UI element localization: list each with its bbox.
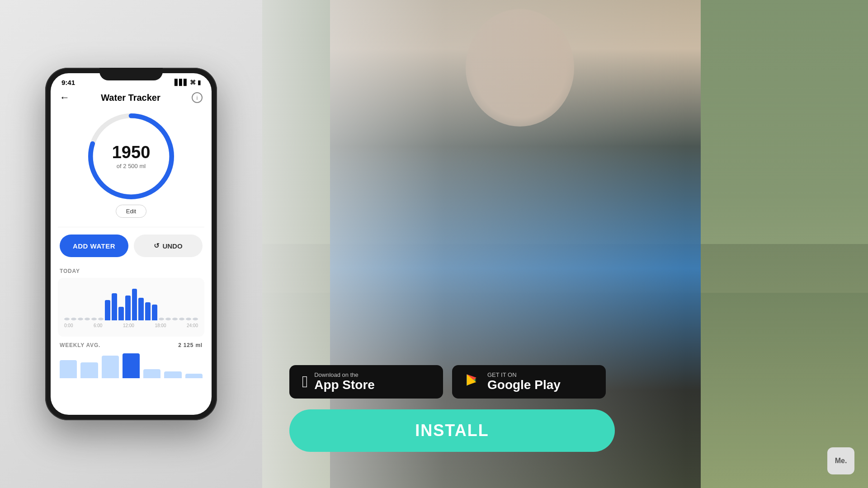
app-header: ← Water Tracker i: [51, 88, 212, 109]
battery-icon: ▮: [198, 79, 201, 86]
weekly-header: WEEKLY AVG. 2 125 ml: [60, 342, 203, 348]
chart-label: 12:00: [123, 323, 134, 328]
chart-label: 6:00: [94, 323, 102, 328]
water-value: 1950: [112, 144, 151, 161]
chart-bar: [105, 300, 110, 320]
phone-mockup: 9:41 ▋▋▋ ⌘ ▮ ← Water Tracker i: [45, 68, 217, 420]
weekly-bar: [80, 362, 98, 378]
google-play-small: GET IT ON: [487, 371, 561, 378]
app-store-button[interactable]:  Download on the App Store: [289, 365, 443, 399]
google-play-icon: [465, 372, 481, 392]
water-progress-circle: 1950 of 2 500 ml: [88, 113, 174, 199]
right-content:  Download on the App Store G: [262, 0, 868, 488]
status-icons: ▋▋▋ ⌘ ▮: [175, 79, 201, 86]
weekly-bar: [60, 360, 77, 378]
chart-bar: [186, 318, 191, 320]
google-play-large: Google Play: [487, 378, 561, 392]
chart-bar: [118, 307, 124, 320]
weekly-bar-active: [123, 353, 140, 378]
info-icon[interactable]: i: [192, 92, 203, 103]
app-title: Water Tracker: [101, 93, 160, 103]
chart-bar: [78, 318, 83, 320]
chart-bars: [64, 284, 198, 320]
weekly-label: WEEKLY AVG.: [60, 342, 100, 348]
phone-notch: [99, 68, 163, 80]
chart-bar: [64, 318, 70, 320]
weekly-bar: [185, 374, 203, 378]
water-circle-container: 1950 of 2 500 ml Edit: [51, 109, 212, 227]
chart-bar: [85, 318, 90, 320]
google-play-text: GET IT ON Google Play: [487, 371, 561, 392]
action-buttons: ADD WATER ↺ UNDO: [51, 227, 212, 264]
chart-bar: [165, 318, 171, 320]
google-play-button[interactable]: GET IT ON Google Play: [452, 365, 606, 399]
today-label: TODAY: [51, 264, 212, 276]
chart-bar: [132, 289, 137, 320]
chart-bar: [193, 318, 198, 320]
chart-bar: [125, 296, 131, 320]
chart-bar: [98, 318, 104, 320]
chart-labels: 0:00 6:00 12:00 18:00 24:00: [64, 323, 198, 328]
back-arrow-icon[interactable]: ←: [60, 92, 70, 103]
chart-label: 24:00: [187, 323, 198, 328]
weekly-section: WEEKLY AVG. 2 125 ml: [51, 340, 212, 382]
weekly-bar: [102, 356, 119, 378]
chart-bar: [145, 302, 151, 320]
app-store-small: Download on the: [314, 371, 375, 378]
weekly-value: 2 125 ml: [178, 342, 203, 348]
weekly-bars: [60, 351, 203, 378]
undo-button[interactable]: ↺ UNDO: [134, 235, 203, 257]
apple-icon: : [302, 372, 308, 391]
chart-bar: [138, 298, 144, 320]
install-button[interactable]: INSTALL: [289, 409, 615, 452]
chart-bar: [71, 318, 76, 320]
chart-label: 18:00: [155, 323, 166, 328]
weekly-bar: [143, 369, 160, 378]
undo-icon: ↺: [154, 242, 160, 250]
water-sub: of 2 500 ml: [112, 163, 151, 169]
chart-bar: [179, 318, 184, 320]
chart-bar: [159, 318, 164, 320]
right-panel:  Download on the App Store G: [262, 0, 868, 488]
circle-text: 1950 of 2 500 ml: [112, 144, 151, 169]
wifi-icon: ⌘: [190, 79, 196, 86]
chart-bar: [172, 318, 178, 320]
status-time: 9:41: [61, 79, 75, 86]
phone-screen: 9:41 ▋▋▋ ⌘ ▮ ← Water Tracker i: [51, 73, 212, 415]
signal-icon: ▋▋▋: [175, 79, 188, 86]
undo-label: UNDO: [162, 242, 182, 250]
left-panel: 9:41 ▋▋▋ ⌘ ▮ ← Water Tracker i: [0, 0, 262, 488]
chart-bar: [112, 293, 117, 320]
chart-bar: [152, 305, 157, 320]
me-badge: Me.: [827, 447, 854, 474]
edit-button[interactable]: Edit: [116, 205, 146, 218]
app-store-large: App Store: [314, 378, 375, 392]
daily-chart: 0:00 6:00 12:00 18:00 24:00: [58, 278, 204, 337]
add-water-button[interactable]: ADD WATER: [60, 235, 128, 257]
app-store-text: Download on the App Store: [314, 371, 375, 392]
weekly-bar: [164, 371, 181, 378]
store-buttons-row:  Download on the App Store G: [289, 365, 841, 399]
chart-label: 0:00: [64, 323, 73, 328]
chart-bar: [91, 318, 97, 320]
